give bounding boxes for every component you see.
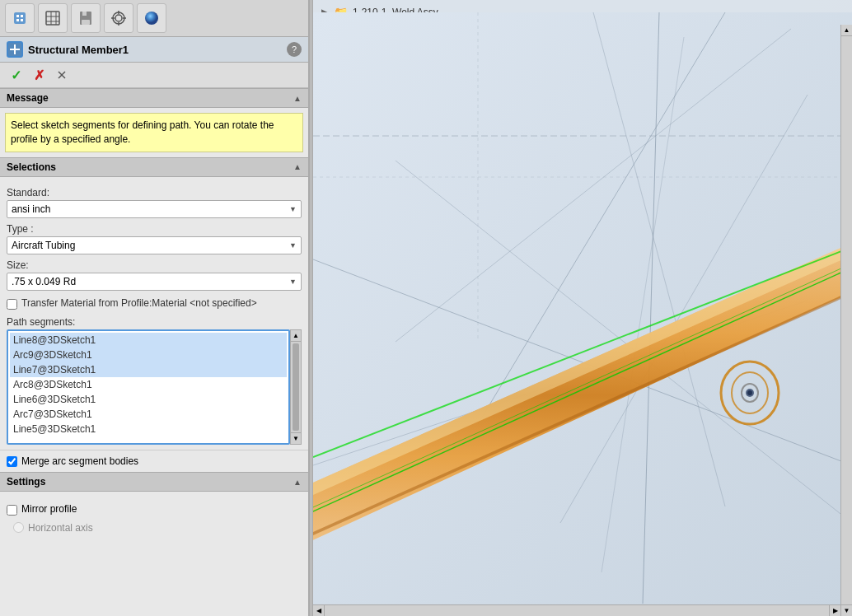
scroll-down-arrow[interactable]: ▼ [291, 432, 301, 444]
settings-section-header[interactable]: Settings ▲ [0, 472, 308, 492]
selections-section-label: Selections [7, 161, 56, 173]
scroll-thumb [293, 343, 299, 431]
scroll-up-arrow[interactable]: ▲ [291, 330, 301, 342]
merge-row: Merge arc segment bodies [0, 450, 308, 472]
merge-checkbox[interactable] [7, 456, 17, 467]
settings-section-label: Settings [7, 476, 45, 488]
path-list-scrollbar[interactable]: ▲ ▼ [290, 329, 302, 445]
path-segments-label: Path segments: [7, 316, 302, 328]
standard-label: Standard: [7, 187, 302, 198]
cancel-button[interactable]: ✗ [30, 66, 48, 84]
mirror-profile-row: Mirror profile [7, 503, 302, 516]
svg-rect-3 [16, 19, 19, 21]
vscroll-down[interactable]: ▼ [841, 604, 852, 616]
vscroll-up[interactable]: ▲ [841, 25, 852, 36]
svg-rect-2 [21, 15, 23, 17]
target-button[interactable] [104, 3, 133, 33]
horizontal-axis-label[interactable]: Horizontal axis [28, 522, 93, 534]
settings-content: Mirror profile Horizontal axis [0, 492, 308, 545]
type-dropdown[interactable]: Aircraft Tubing Pipe Tube Channel [7, 236, 302, 254]
save-button[interactable] [71, 3, 101, 33]
size-label: Size: [7, 259, 302, 271]
path-item[interactable]: Line8@3DSketch1 [10, 333, 287, 348]
type-dropdown-wrapper: Aircraft Tubing Pipe Tube Channel [7, 236, 302, 254]
svg-rect-1 [16, 15, 19, 17]
mirror-profile-checkbox[interactable] [7, 505, 17, 516]
svg-point-13 [113, 12, 124, 24]
selections-section-header[interactable]: Selections ▲ [0, 157, 308, 177]
viewport-svg [313, 0, 852, 616]
feature-icon [7, 41, 23, 58]
path-item[interactable]: Arc7@3DSketch1 [10, 407, 287, 422]
selections-content: Standard: ansi inch ansi metric iso din … [0, 177, 308, 450]
message-section-label: Message [7, 92, 49, 104]
svg-rect-4 [21, 19, 23, 21]
path-item[interactable]: Arc9@3DSketch1 [10, 348, 287, 362]
transfer-material-row: Transfer Material from Profile:Material … [7, 297, 302, 310]
type-label: Type : [7, 223, 302, 235]
appearance-button[interactable] [137, 3, 166, 33]
settings-chevron[interactable]: ▲ [293, 478, 302, 487]
svg-rect-5 [46, 12, 59, 25]
transfer-material-label[interactable]: Transfer Material from Profile:Material … [21, 297, 257, 310]
path-item[interactable]: Line7@3DSketch1 [10, 362, 287, 377]
help-button[interactable]: ? [287, 42, 302, 57]
message-section-header[interactable]: Message ▲ [0, 88, 308, 108]
path-item[interactable]: Arc8@3DSketch1 [10, 377, 287, 392]
path-item[interactable]: Line5@3DSketch1 [10, 422, 287, 436]
hscroll-track [325, 605, 829, 616]
viewport: ▶ 📁 1-210-1, Weld Assy -... [313, 0, 852, 616]
svg-rect-11 [82, 12, 87, 16]
transfer-material-checkbox[interactable] [7, 299, 17, 310]
feature-title: Structural Member1 [28, 44, 282, 56]
confirm-button[interactable]: ✓ [7, 66, 25, 84]
svg-point-19 [145, 12, 158, 25]
svg-point-14 [115, 15, 122, 21]
vscroll-track [841, 36, 852, 604]
toolbar [0, 0, 308, 37]
svg-rect-12 [82, 20, 90, 25]
selections-chevron[interactable]: ▲ [293, 162, 302, 171]
pin-button[interactable] [53, 66, 71, 84]
horizontal-axis-radio[interactable] [13, 522, 24, 533]
standard-dropdown-wrapper: ansi inch ansi metric iso din [7, 200, 302, 218]
svg-rect-0 [14, 12, 26, 24]
viewport-scrollbar-v[interactable]: ▲ ▼ [840, 25, 852, 616]
hscroll-right[interactable]: ▶ [829, 605, 840, 616]
message-chevron[interactable]: ▲ [293, 94, 302, 103]
feature-header: Structural Member1 ? [0, 37, 308, 63]
panel-content: Message ▲ Select sketch segments for def… [0, 88, 308, 616]
size-dropdown-wrapper: .75 x 0.049 Rd .50 x 0.035 Rd 1.0 x 0.06… [7, 273, 302, 291]
horizontal-axis-row: Horizontal axis [13, 522, 302, 534]
size-dropdown[interactable]: .75 x 0.049 Rd .50 x 0.035 Rd 1.0 x 0.06… [7, 273, 302, 291]
merge-label[interactable]: Merge arc segment bodies [21, 455, 138, 467]
mirror-profile-label[interactable]: Mirror profile [21, 503, 77, 515]
home-button[interactable] [5, 3, 35, 33]
path-segments-list: Line8@3DSketch1Arc9@3DSketch1Line7@3DSke… [7, 329, 290, 445]
message-box: Select sketch segments for defining path… [5, 113, 303, 152]
svg-point-46 [747, 390, 752, 395]
standard-dropdown[interactable]: ansi inch ansi metric iso din [7, 200, 302, 218]
hscroll-left[interactable]: ◀ [313, 605, 325, 616]
action-row: ✓ ✗ [0, 63, 308, 88]
sketch-button[interactable] [38, 3, 68, 33]
path-item[interactable]: Line6@3DSketch1 [10, 392, 287, 407]
viewport-scrollbar-h[interactable]: ◀ ▶ [313, 604, 840, 616]
